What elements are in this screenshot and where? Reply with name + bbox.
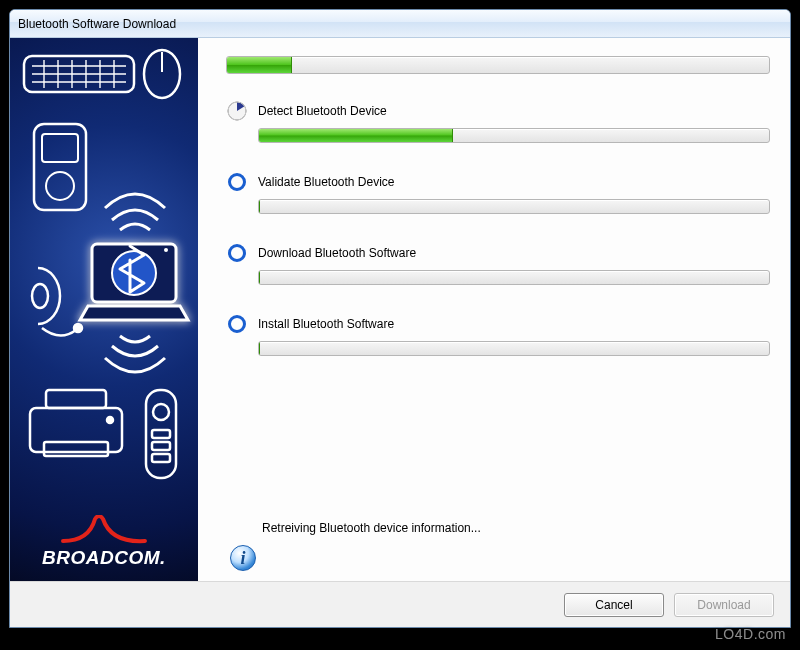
overall-progress-fill (227, 57, 292, 73)
main-content: Detect Bluetooth Device Validate Bluetoo… (198, 38, 790, 581)
step-progress-bar (258, 270, 770, 285)
svg-point-15 (32, 284, 48, 308)
window-title: Bluetooth Software Download (18, 17, 176, 31)
svg-rect-13 (42, 134, 78, 162)
step-validate: Validate Bluetooth Device (226, 171, 770, 234)
installer-window: Bluetooth Software Download (9, 9, 791, 628)
step-label: Detect Bluetooth Device (258, 104, 387, 118)
step-progress-fill (259, 129, 453, 142)
status-message: Retreiving Bluetooth device information.… (262, 521, 770, 535)
step-download: Download Bluetooth Software (226, 242, 770, 305)
brand-wave-icon (59, 515, 149, 545)
device-illustration (10, 38, 198, 578)
watermark: LO4D.com (715, 626, 786, 642)
cancel-button[interactable]: Cancel (564, 593, 664, 617)
step-install: Install Bluetooth Software (226, 313, 770, 376)
step-label: Install Bluetooth Software (258, 317, 394, 331)
svg-rect-21 (46, 390, 106, 408)
svg-rect-22 (44, 442, 108, 456)
brand-text: BROADCOM. (42, 547, 166, 568)
pending-ring-icon (226, 171, 248, 193)
spinner-icon (226, 100, 248, 122)
download-button[interactable]: Download (674, 593, 774, 617)
pending-ring-icon (226, 242, 248, 264)
step-progress-bar (258, 128, 770, 143)
titlebar[interactable]: Bluetooth Software Download (10, 10, 790, 38)
pending-ring-icon (226, 313, 248, 335)
status-area: Retreiving Bluetooth device information.… (226, 521, 770, 571)
svg-rect-28 (152, 454, 170, 462)
svg-rect-26 (152, 430, 170, 438)
svg-point-25 (153, 404, 169, 420)
overall-progress (226, 56, 770, 74)
step-detect: Detect Bluetooth Device (226, 100, 770, 163)
step-label: Download Bluetooth Software (258, 246, 416, 260)
svg-point-23 (107, 417, 113, 423)
step-progress-bar (258, 199, 770, 214)
svg-rect-27 (152, 442, 170, 450)
sidebar-graphic: BROADCOM. (10, 38, 198, 581)
overall-progress-bar (226, 56, 770, 74)
footer: Cancel Download (10, 581, 790, 627)
svg-point-19 (164, 248, 168, 252)
svg-point-16 (74, 324, 82, 332)
info-icon: i (230, 545, 256, 571)
step-label: Validate Bluetooth Device (258, 175, 395, 189)
svg-point-14 (46, 172, 74, 200)
step-progress-bar (258, 341, 770, 356)
window-body: BROADCOM. D (10, 38, 790, 581)
brand-logo: BROADCOM. (10, 515, 198, 569)
